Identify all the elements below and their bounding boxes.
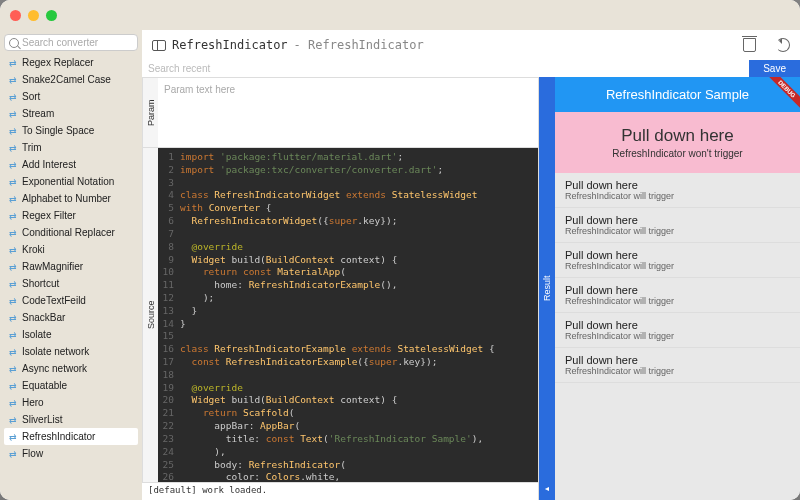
code-line: 17 const RefreshIndicatorExample({super.… bbox=[158, 356, 538, 369]
sidebar-list[interactable]: ⇄Regex Replacer⇄Snake2Camel Case⇄Sort⇄St… bbox=[4, 54, 138, 500]
converter-icon: ⇄ bbox=[8, 211, 18, 221]
result-label[interactable]: Result bbox=[539, 77, 555, 500]
recent-bar: Search recent Save bbox=[142, 60, 800, 77]
panels: Param Param text here Source 1import 'pa… bbox=[142, 77, 800, 500]
param-section: Param Param text here bbox=[142, 77, 538, 147]
converter-icon: ⇄ bbox=[8, 109, 18, 119]
sidebar-item[interactable]: ⇄Sort bbox=[4, 88, 138, 105]
sidebar-item-label: Equatable bbox=[22, 380, 67, 391]
sidebar-item[interactable]: ⇄Regex Replacer bbox=[4, 54, 138, 71]
code-line: 4class RefreshIndicatorWidget extends St… bbox=[158, 189, 538, 202]
list-item-subtitle: RefreshIndicator will trigger bbox=[565, 191, 790, 201]
sidebar-item[interactable]: ⇄Regex Filter bbox=[4, 207, 138, 224]
sidebar-item-label: CodeTextFeild bbox=[22, 295, 86, 306]
sidebar-item[interactable]: ⇄Isolate network bbox=[4, 343, 138, 360]
sidebar-item[interactable]: ⇄Exponential Notation bbox=[4, 173, 138, 190]
preview-pane[interactable]: RefreshIndicator Sample Pull down here R… bbox=[555, 77, 800, 500]
sidebar-item-label: Hero bbox=[22, 397, 44, 408]
close-window-button[interactable] bbox=[10, 10, 21, 21]
sidebar-item-label: Kroki bbox=[22, 244, 45, 255]
converter-icon: ⇄ bbox=[8, 398, 18, 408]
main-pane: RefreshIndicator - RefreshIndicator Sear… bbox=[142, 30, 800, 500]
list-item-title: Pull down here bbox=[565, 249, 790, 261]
converter-icon: ⇄ bbox=[8, 381, 18, 391]
sidebar-item-label: Add Interest bbox=[22, 159, 76, 170]
converter-icon: ⇄ bbox=[8, 279, 18, 289]
param-label: Param bbox=[142, 78, 158, 147]
sidebar-item[interactable]: ⇄Shortcut bbox=[4, 275, 138, 292]
sidebar-item-label: Flow bbox=[22, 448, 43, 459]
sidebar-item-label: Isolate bbox=[22, 329, 51, 340]
traffic-lights bbox=[10, 10, 57, 21]
sidebar-item-label: Snake2Camel Case bbox=[22, 74, 111, 85]
converter-icon: ⇄ bbox=[8, 347, 18, 357]
sidebar-item[interactable]: ⇄Hero bbox=[4, 394, 138, 411]
list-item[interactable]: Pull down hereRefreshIndicator will trig… bbox=[555, 313, 800, 348]
sidebar-item[interactable]: ⇄SnackBar bbox=[4, 309, 138, 326]
code-line: 18 bbox=[158, 369, 538, 382]
trash-icon[interactable] bbox=[743, 38, 756, 52]
preview-list[interactable]: Pull down hereRefreshIndicator will trig… bbox=[555, 173, 800, 500]
search-placeholder: Search converter bbox=[22, 37, 98, 48]
sidebar-item-label: Alphabet to Number bbox=[22, 193, 111, 204]
sidebar-item[interactable]: ⇄Flow bbox=[4, 445, 138, 462]
code-line: 11 home: RefreshIndicatorExample(), bbox=[158, 279, 538, 292]
sidebar-item-label: Trim bbox=[22, 142, 42, 153]
code-editor[interactable]: 1import 'package:flutter/material.dart';… bbox=[158, 148, 538, 482]
sidebar-item[interactable]: ⇄Equatable bbox=[4, 377, 138, 394]
app-window: Search converter ⇄Regex Replacer⇄Snake2C… bbox=[0, 0, 800, 500]
code-line: 13 } bbox=[158, 305, 538, 318]
sidebar-item-label: RefreshIndicator bbox=[22, 431, 95, 442]
converter-icon: ⇄ bbox=[8, 245, 18, 255]
list-item-title: Pull down here bbox=[565, 319, 790, 331]
sidebar-item[interactable]: ⇄SliverList bbox=[4, 411, 138, 428]
list-item[interactable]: Pull down hereRefreshIndicator will trig… bbox=[555, 208, 800, 243]
sidebar-item[interactable]: ⇄Isolate bbox=[4, 326, 138, 343]
converter-icon: ⇄ bbox=[8, 432, 18, 442]
sidebar-item-label: Stream bbox=[22, 108, 54, 119]
sidebar-item[interactable]: ⇄Trim bbox=[4, 139, 138, 156]
header-title: RefreshIndicator bbox=[172, 38, 288, 52]
sidebar-item[interactable]: ⇄To Single Space bbox=[4, 122, 138, 139]
list-item[interactable]: Pull down hereRefreshIndicator will trig… bbox=[555, 173, 800, 208]
code-line: 14} bbox=[158, 318, 538, 331]
list-item[interactable]: Pull down hereRefreshIndicator will trig… bbox=[555, 278, 800, 313]
sidebar-item[interactable]: ⇄RawMagnifier bbox=[4, 258, 138, 275]
zoom-window-button[interactable] bbox=[46, 10, 57, 21]
sidebar-item[interactable]: ⇄RefreshIndicator bbox=[4, 428, 138, 445]
list-item-subtitle: RefreshIndicator will trigger bbox=[565, 226, 790, 236]
list-item-title: Pull down here bbox=[565, 179, 790, 191]
converter-icon: ⇄ bbox=[8, 330, 18, 340]
search-input[interactable]: Search converter bbox=[4, 34, 138, 51]
list-item[interactable]: Pull down hereRefreshIndicator will trig… bbox=[555, 348, 800, 383]
sidebar-item[interactable]: ⇄Stream bbox=[4, 105, 138, 122]
sidebar-item[interactable]: ⇄CodeTextFeild bbox=[4, 292, 138, 309]
sidebar-item[interactable]: ⇄Kroki bbox=[4, 241, 138, 258]
converter-icon: ⇄ bbox=[8, 126, 18, 136]
code-line: 25 body: RefreshIndicator( bbox=[158, 459, 538, 472]
sidebar-item-label: SliverList bbox=[22, 414, 63, 425]
converter-icon: ⇄ bbox=[8, 177, 18, 187]
param-textarea[interactable]: Param text here bbox=[158, 78, 538, 147]
list-item-subtitle: RefreshIndicator will trigger bbox=[565, 296, 790, 306]
list-item-title: Pull down here bbox=[565, 354, 790, 366]
sidebar-item[interactable]: ⇄Add Interest bbox=[4, 156, 138, 173]
code-line: 22 appBar: AppBar( bbox=[158, 420, 538, 433]
sidebar-item[interactable]: ⇄Async network bbox=[4, 360, 138, 377]
list-item-subtitle: RefreshIndicator will trigger bbox=[565, 261, 790, 271]
sidebar-item[interactable]: ⇄Alphabet to Number bbox=[4, 190, 138, 207]
save-button[interactable]: Save bbox=[749, 60, 800, 77]
refresh-icon[interactable] bbox=[776, 38, 790, 52]
sidebar-toggle-icon[interactable] bbox=[152, 40, 166, 51]
code-line: 23 title: const Text('RefreshIndicator S… bbox=[158, 433, 538, 446]
code-line: 9 Widget build(BuildContext context) { bbox=[158, 254, 538, 267]
minimize-window-button[interactable] bbox=[28, 10, 39, 21]
recent-input[interactable]: Search recent bbox=[142, 61, 749, 76]
status-bar: [default] work loaded. bbox=[142, 482, 538, 500]
code-line: 3 bbox=[158, 177, 538, 190]
app-body: Search converter ⇄Regex Replacer⇄Snake2C… bbox=[0, 30, 800, 500]
list-item[interactable]: Pull down hereRefreshIndicator will trig… bbox=[555, 243, 800, 278]
sidebar-item[interactable]: ⇄Snake2Camel Case bbox=[4, 71, 138, 88]
sidebar-item[interactable]: ⇄Conditional Replacer bbox=[4, 224, 138, 241]
code-line: 26 color: Colors.white, bbox=[158, 471, 538, 482]
